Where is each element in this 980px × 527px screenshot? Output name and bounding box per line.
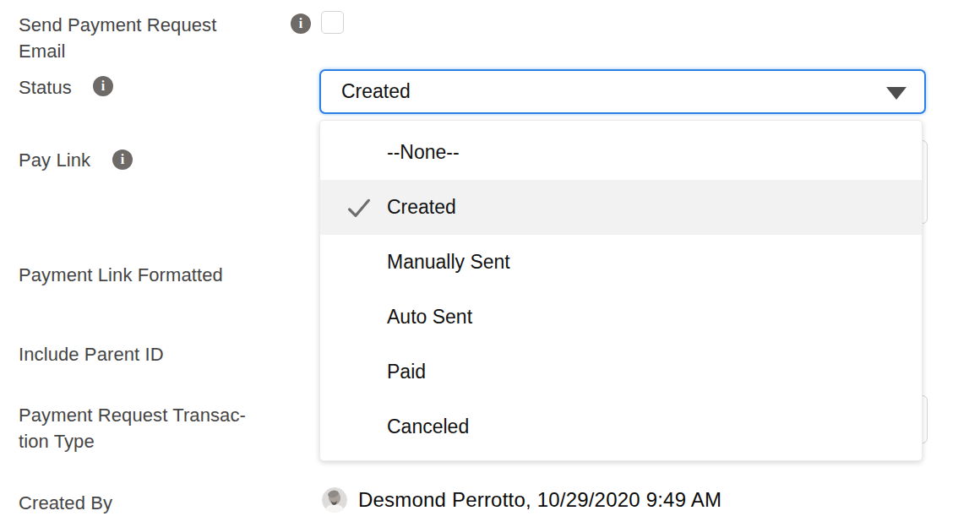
pay-link-label: Pay Link (19, 147, 90, 173)
info-icon[interactable]: i (112, 149, 133, 170)
status-label: Status (19, 74, 72, 101)
send-payment-request-email-checkbox[interactable] (321, 11, 344, 34)
status-option-paid[interactable]: Paid (320, 345, 922, 399)
info-icon[interactable]: i (93, 76, 113, 96)
payment-request-transaction-type-label: Payment Request Transac- tion Type (19, 402, 246, 454)
created-by-value: Desmond Perrotto, 10/29/2020 9:49 AM (358, 488, 721, 512)
payment-link-formatted-label: Payment Link Formatted (19, 262, 223, 288)
avatar (322, 487, 347, 513)
label-line-2: tion Type (19, 431, 95, 452)
status-combobox[interactable]: Created (319, 69, 926, 114)
include-parent-id-label: Include Parent ID (19, 341, 164, 367)
status-dropdown-panel: --None-- Created Manually Sent Auto Sent… (319, 120, 923, 461)
record-edit-form: Send Payment Request Email i Status i Cr… (0, 0, 980, 527)
status-option-auto-sent[interactable]: Auto Sent (320, 290, 922, 345)
send-payment-request-email-label: Send Payment Request Email (19, 12, 264, 64)
status-option-label: Created (387, 196, 456, 219)
checkmark-icon (346, 194, 373, 221)
label-line-1: Payment Request Transac- (19, 405, 246, 426)
status-combobox-value: Created (341, 80, 411, 103)
status-option-manually-sent[interactable]: Manually Sent (320, 235, 922, 290)
chevron-down-icon (886, 87, 906, 100)
created-by-label: Created By (19, 490, 112, 516)
status-option-canceled[interactable]: Canceled (320, 399, 922, 454)
status-option-created[interactable]: Created (320, 180, 922, 235)
info-icon[interactable]: i (291, 14, 311, 34)
status-option-none[interactable]: --None-- (320, 125, 922, 180)
